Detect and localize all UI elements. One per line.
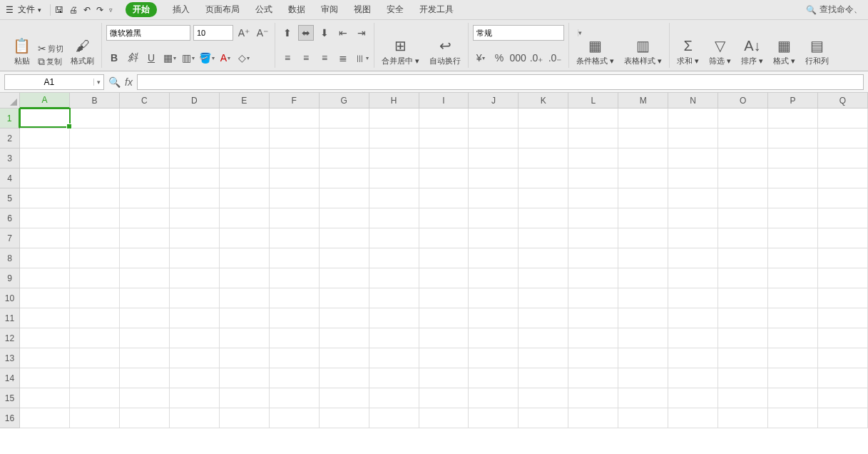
cell[interactable] xyxy=(120,388,170,408)
cell[interactable] xyxy=(818,328,868,348)
cell[interactable] xyxy=(618,288,668,308)
cell[interactable] xyxy=(369,128,419,148)
cell[interactable] xyxy=(320,248,369,268)
tab-page-layout[interactable]: 页面布局 xyxy=(205,4,240,16)
cell[interactable] xyxy=(718,188,768,208)
column-header[interactable]: O xyxy=(718,93,768,109)
cell[interactable] xyxy=(469,328,519,348)
column-header[interactable]: N xyxy=(668,93,718,109)
cell[interactable] xyxy=(270,188,320,208)
cell[interactable] xyxy=(519,188,568,208)
align-top-icon[interactable]: ⬆ xyxy=(280,25,295,41)
comma-icon[interactable]: 000 xyxy=(510,50,526,66)
cell[interactable] xyxy=(320,328,369,348)
sort-button[interactable]: A↓ 排序 ▾ xyxy=(738,34,766,68)
cell[interactable] xyxy=(768,328,818,348)
cell[interactable] xyxy=(220,328,270,348)
increase-indent-icon[interactable]: ⇥ xyxy=(354,25,369,41)
cell[interactable] xyxy=(70,208,120,228)
cell[interactable] xyxy=(419,128,469,148)
cell[interactable] xyxy=(668,148,718,168)
cell[interactable] xyxy=(818,168,868,188)
cell[interactable] xyxy=(618,208,668,228)
cell[interactable] xyxy=(768,368,818,388)
cell[interactable] xyxy=(419,328,469,348)
cell[interactable] xyxy=(568,228,618,248)
row-header[interactable]: 9 xyxy=(0,268,20,288)
cell[interactable] xyxy=(419,288,469,308)
cell[interactable] xyxy=(419,308,469,328)
cell[interactable] xyxy=(618,328,668,348)
cell[interactable] xyxy=(519,208,568,228)
cell[interactable] xyxy=(718,408,768,428)
cell[interactable] xyxy=(369,228,419,248)
cell[interactable] xyxy=(519,348,568,368)
cell[interactable] xyxy=(469,368,519,388)
cell[interactable] xyxy=(618,248,668,268)
cell[interactable] xyxy=(220,348,270,368)
select-all-corner[interactable] xyxy=(0,93,20,109)
row-col-button[interactable]: ▤ 行和列 xyxy=(802,34,832,68)
cell[interactable] xyxy=(568,288,618,308)
cell[interactable] xyxy=(768,248,818,268)
cell[interactable] xyxy=(20,168,70,188)
column-header[interactable]: F xyxy=(270,93,320,109)
cell[interactable] xyxy=(120,308,170,328)
tab-formulas[interactable]: 公式 xyxy=(255,4,272,16)
cell[interactable] xyxy=(519,288,568,308)
cell[interactable] xyxy=(568,109,618,128)
row-header[interactable]: 4 xyxy=(0,168,20,188)
percent-icon[interactable]: % xyxy=(491,50,507,66)
cell[interactable] xyxy=(320,408,369,428)
cell[interactable] xyxy=(718,168,768,188)
cell[interactable] xyxy=(220,168,270,188)
cell[interactable] xyxy=(618,188,668,208)
cell[interactable] xyxy=(369,168,419,188)
cell[interactable] xyxy=(320,109,369,128)
cell[interactable] xyxy=(320,148,369,168)
cell[interactable] xyxy=(618,268,668,288)
row-header[interactable]: 11 xyxy=(0,308,20,328)
cell[interactable] xyxy=(220,388,270,408)
cell[interactable] xyxy=(20,128,70,148)
cell[interactable] xyxy=(469,148,519,168)
column-header[interactable]: L xyxy=(568,93,618,109)
cell[interactable] xyxy=(718,348,768,368)
cell[interactable] xyxy=(568,368,618,388)
eraser-button[interactable]: ◇ xyxy=(236,50,252,66)
cut-button[interactable]: ✂剪切 xyxy=(38,43,63,54)
cell[interactable] xyxy=(20,348,70,368)
fx-icon[interactable]: fx xyxy=(125,76,133,88)
cell[interactable] xyxy=(70,328,120,348)
cell[interactable] xyxy=(668,308,718,328)
cell[interactable] xyxy=(768,288,818,308)
cell[interactable] xyxy=(618,388,668,408)
cell[interactable] xyxy=(818,248,868,268)
column-header[interactable]: C xyxy=(120,93,170,109)
cell[interactable] xyxy=(320,308,369,328)
cell[interactable] xyxy=(220,188,270,208)
cell[interactable] xyxy=(369,109,419,128)
paste-button[interactable]: 📋 粘贴 xyxy=(10,34,34,68)
cell[interactable] xyxy=(768,128,818,148)
cell[interactable] xyxy=(668,328,718,348)
cell[interactable] xyxy=(718,148,768,168)
cell[interactable] xyxy=(519,308,568,328)
cell[interactable] xyxy=(568,168,618,188)
cell[interactable] xyxy=(718,228,768,248)
row-header[interactable]: 7 xyxy=(0,228,20,248)
cell[interactable] xyxy=(818,188,868,208)
copy-button[interactable]: ⧉复制 xyxy=(38,56,63,68)
cell[interactable] xyxy=(120,188,170,208)
number-format-combo[interactable]: ▾ xyxy=(473,25,564,41)
cell[interactable] xyxy=(519,168,568,188)
cell[interactable] xyxy=(170,388,220,408)
cell[interactable] xyxy=(519,388,568,408)
align-right-icon[interactable]: ≡ xyxy=(317,50,332,66)
cell[interactable] xyxy=(20,288,70,308)
cell[interactable] xyxy=(618,308,668,328)
cell[interactable] xyxy=(320,388,369,408)
cell[interactable] xyxy=(419,168,469,188)
cell[interactable] xyxy=(618,348,668,368)
cell[interactable] xyxy=(369,188,419,208)
